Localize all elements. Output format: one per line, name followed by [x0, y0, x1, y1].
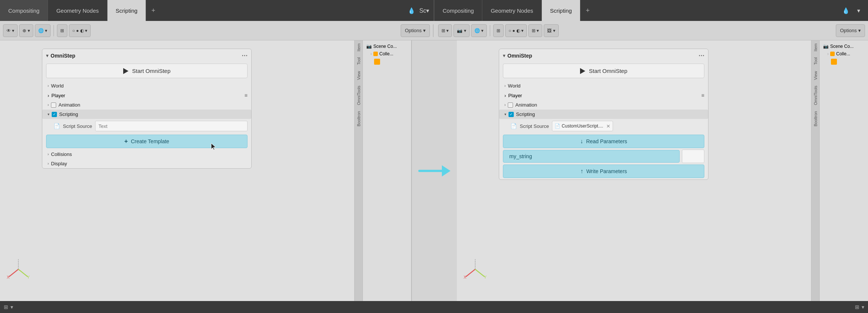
anim-chevron-right: › — [504, 103, 506, 107]
tab-geometry-right[interactable]: Geometry Nodes — [482, 0, 541, 21]
globe-tool-right[interactable]: 🌐 ▾ — [471, 24, 487, 37]
layers-tool-right[interactable]: ⊞ ▾ — [528, 24, 542, 37]
options-button-right[interactable]: Options ▾ — [836, 24, 865, 37]
bottom-icon-2[interactable]: ▾ — [10, 304, 13, 310]
bottom-icon-4[interactable]: ▾ — [862, 304, 864, 310]
anim-checkbox-right[interactable] — [508, 102, 513, 108]
sidebar-view-right[interactable]: View — [813, 68, 818, 83]
omnistep-dots-left[interactable]: ⋯ — [242, 52, 248, 59]
tree-animation-right[interactable]: › Animation — [499, 100, 708, 110]
start-omnistep-right[interactable]: Start OmniStep — [503, 64, 704, 78]
omnistep-dots-right[interactable]: ⋯ — [698, 52, 704, 59]
coll-left[interactable]: › Colle... — [365, 50, 409, 58]
shapes-tool-right[interactable]: ○ ● ◐ ▾ — [505, 24, 527, 37]
script-source-input-left[interactable] — [95, 121, 248, 131]
droplet-icon-left[interactable]: 💧 — [406, 5, 417, 16]
player-menu-icon-right[interactable]: ≡ — [701, 92, 704, 98]
omnistep-chevron-left[interactable]: ▾ — [46, 53, 48, 58]
tree-world-right[interactable]: › World — [499, 81, 708, 90]
script-doc-icon-right: 📄 — [510, 123, 517, 129]
orange-item-right[interactable] — [822, 58, 866, 66]
arrow-container — [412, 40, 457, 301]
script-source-label-right: Script Source — [520, 123, 549, 129]
sidebar-booltron-left[interactable]: Booltron — [356, 108, 361, 129]
omnistep-chevron-right[interactable]: ▾ — [503, 53, 505, 58]
globe-tool-left[interactable]: 🌐 ▾ — [35, 24, 51, 37]
tree-animation-left[interactable]: › Animation — [42, 100, 251, 110]
scripting-checkbox-left[interactable]: ✓ — [52, 112, 57, 117]
sidebar-omnitools-right[interactable]: OmniTools — [813, 83, 818, 108]
bottom-icon-3[interactable]: ⊞ — [855, 304, 859, 310]
player-chevron-right[interactable]: › — [504, 93, 506, 98]
svg-line-9 — [475, 269, 485, 277]
tab-compositing-left[interactable]: Compositing — [0, 0, 48, 21]
tree-collisions-left[interactable]: › Collisions — [42, 150, 251, 159]
scene-co-right[interactable]: 📷 Scene Co... — [822, 43, 866, 50]
sidebar-item-left[interactable]: Item — [356, 40, 361, 54]
scripting-label-right: Scripting — [516, 111, 535, 117]
svg-marker-7 — [442, 165, 450, 177]
image-tool-right[interactable]: 🖼 ▾ — [544, 24, 558, 37]
tab-bar: Compositing Geometry Nodes Scripting + 💧… — [0, 0, 868, 21]
sidebar-booltron-right[interactable]: Booltron — [813, 108, 818, 129]
droplet-icon-right[interactable]: 💧 — [840, 5, 852, 16]
player-menu-icon-left[interactable]: ≡ — [245, 92, 248, 98]
tab-add-right[interactable]: + — [580, 0, 595, 21]
bottom-bar: ⊞ ▾ ⊞ ▾ — [0, 301, 868, 313]
bottom-icon-1[interactable]: ⊞ — [4, 304, 8, 310]
sidebar-item-right[interactable]: Item — [813, 40, 818, 54]
anim-chevron-left: › — [48, 103, 49, 107]
transform-tool-left[interactable]: ⊕ ▾ — [19, 24, 33, 37]
tab-geometry-left[interactable]: Geometry Nodes — [48, 0, 107, 21]
player-chevron-left[interactable]: › — [48, 93, 49, 98]
shapes-tool-left[interactable]: ○ ● ◐ ▾ — [69, 24, 91, 37]
collisions-label-left: Collisions — [51, 151, 72, 157]
scene-co-left[interactable]: 📷 Scene Co... — [365, 43, 409, 50]
shapes-more-icon-r: ◐ ▾ — [516, 28, 523, 33]
read-params-btn[interactable]: ↓ Read Parameters — [503, 135, 704, 148]
tab-scripting-right[interactable]: Scripting — [542, 0, 580, 21]
layout-tool-left[interactable]: ⊞ — [57, 24, 67, 37]
omnistep-header-right: ▾ OmniStep ⋯ — [499, 49, 708, 62]
layout-tool-right[interactable]: ⊞ — [493, 24, 504, 37]
scripting-chevron-left: ▾ — [48, 112, 49, 116]
custom-script-tag[interactable]: 📄 CustomUserScript.... ✕ — [552, 121, 613, 131]
my-string-input[interactable] — [682, 150, 704, 163]
shapes-more-icon: ◐ ▾ — [80, 28, 87, 33]
anim-checkbox-left[interactable] — [51, 102, 56, 108]
tab-scripting-left[interactable]: Scripting — [107, 0, 146, 21]
tab-add-left[interactable]: + — [146, 0, 161, 21]
item-box-left — [374, 59, 380, 65]
options-button-left[interactable]: Options ▾ — [401, 24, 430, 37]
scripting-checkbox-right[interactable]: ✓ — [509, 112, 514, 117]
player-row-right: › Player ≡ — [499, 90, 708, 100]
svg-line-0 — [9, 269, 18, 277]
start-omnistep-left[interactable]: Start OmniStep — [46, 64, 248, 78]
top-icons-left: 💧 Sc▾ — [406, 0, 434, 21]
tree-scripting-right[interactable]: ▾ ✓ Scripting — [499, 110, 708, 119]
tree-display-left[interactable]: › Display — [42, 159, 251, 168]
view-tool-left[interactable]: 👁 ▾ — [3, 24, 18, 37]
grid-tool-right[interactable]: ⊞ ▾ — [438, 24, 452, 37]
close-script-icon[interactable]: ✕ — [606, 123, 610, 129]
item-box-right — [831, 59, 837, 65]
tree-world-left[interactable]: › World — [42, 81, 251, 90]
sidebar-view-left[interactable]: View — [356, 68, 361, 83]
left-panel-sidebar: Item Tool View OmniTools Booltron — [354, 40, 362, 301]
create-template-btn[interactable]: + Create Template — [46, 135, 248, 148]
right-panel: X Y ▾ OmniStep ⋯ Start OmniStep › World — [457, 40, 868, 301]
tree-scripting-left[interactable]: ▾ ✓ Scripting — [42, 110, 251, 119]
sidebar-tool-left[interactable]: Tool — [356, 54, 361, 68]
play-icon-left — [123, 68, 128, 74]
tab-compositing-right[interactable]: Compositing — [434, 0, 482, 21]
coll-right[interactable]: › Colle... — [822, 50, 866, 58]
toolbar-row: 👁 ▾ ⊕ ▾ 🌐 ▾ ⊞ ○ ● ◐ ▾ Options ▾ ⊞ ▾ 📷 ▾ … — [0, 21, 868, 40]
camera-tool-right[interactable]: 📷 ▾ — [453, 24, 469, 37]
orange-item-left[interactable] — [365, 58, 409, 66]
write-params-btn[interactable]: ↑ Write Parameters — [503, 165, 704, 178]
player-label-left: Player — [51, 93, 65, 98]
dropdown-icon-right[interactable]: ▾ — [853, 5, 864, 16]
sidebar-omnitools-left[interactable]: OmniTools — [356, 83, 361, 108]
dropdown-icon-left[interactable]: Sc▾ — [419, 5, 430, 16]
sidebar-tool-right[interactable]: Tool — [813, 54, 818, 68]
